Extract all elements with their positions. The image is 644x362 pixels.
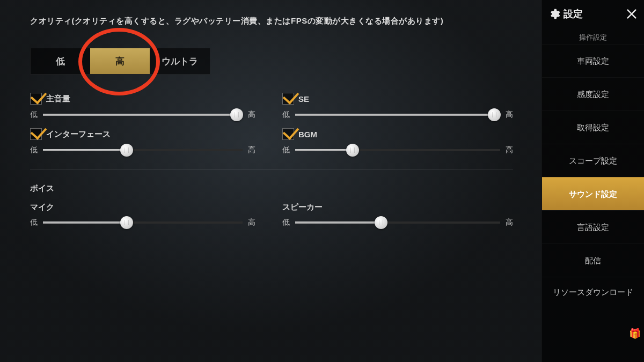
quality-option-ultra[interactable]: ウルトラ [150, 48, 209, 74]
slider-low-label: 低 [282, 218, 290, 227]
sidebar-item-sound[interactable]: サウンド設定 [542, 177, 644, 210]
se-label: SE [298, 94, 309, 104]
interface-block: インターフェース 低 高 [30, 128, 255, 155]
slider-low-label: 低 [30, 145, 38, 155]
se-block: SE 低 高 [282, 93, 513, 120]
interface-label: インターフェース [46, 129, 111, 139]
mic-block: マイク 低 高 [30, 202, 255, 227]
speaker-label: スピーカー [282, 202, 323, 212]
bgm-checkbox[interactable] [282, 128, 294, 140]
settings-screen: クオリティ(クオリティを高くすると、ラグやバッテリー消費、またはFPSの変動が大… [0, 0, 644, 362]
interface-slider[interactable] [43, 147, 243, 153]
interface-checkbox[interactable] [30, 128, 42, 140]
se-slider[interactable] [295, 112, 500, 117]
sidebar-item-resource[interactable]: リソースダウンロード [542, 277, 644, 307]
sidebar-item-stream[interactable]: 配信 [542, 243, 644, 277]
master-volume-checkbox[interactable] [30, 93, 42, 105]
slider-low-label: 低 [282, 110, 290, 120]
quality-option-low[interactable]: 低 [31, 48, 90, 74]
sidebar-item-language[interactable]: 言語設定 [542, 210, 644, 243]
quality-note: クオリティ(クオリティを高くすると、ラグやバッテリー消費、またはFPSの変動が大… [30, 16, 515, 26]
sidebar-item-vehicle[interactable]: 車両設定 [542, 44, 644, 77]
quality-option-high[interactable]: 高 [90, 48, 150, 74]
speaker-slider[interactable] [295, 220, 500, 225]
bgm-slider[interactable] [295, 147, 500, 153]
bgm-block: BGM 低 高 [282, 128, 513, 155]
bgm-label: BGM [298, 130, 317, 139]
sidebar-item-sensitivity[interactable]: 感度設定 [542, 77, 644, 110]
slider-high-label: 高 [248, 110, 255, 120]
divider [30, 169, 513, 169]
slider-low-label: 低 [30, 218, 38, 227]
settings-sidebar: 設定 操作設定 車両設定 感度設定 取得設定 スコープ設定 サウンド設定 言語設… [541, 0, 644, 362]
sidebar-title: 設定 [564, 8, 583, 20]
slider-high-label: 高 [506, 218, 513, 227]
slider-high-label: 高 [506, 110, 513, 120]
sidebar-item-scope[interactable]: スコープ設定 [542, 144, 644, 177]
sound-settings-panel: クオリティ(クオリティを高くすると、ラグやバッテリー消費、またはFPSの変動が大… [0, 0, 542, 362]
master-volume-block: 主音量 低 高 [30, 93, 255, 120]
sidebar-header: 設定 [542, 0, 644, 28]
sidebar-item-controls[interactable]: 操作設定 [542, 28, 644, 44]
mic-slider[interactable] [43, 220, 243, 225]
slider-high-label: 高 [248, 145, 255, 155]
mic-label: マイク [30, 202, 54, 212]
sidebar-item-pickup[interactable]: 取得設定 [542, 110, 644, 144]
close-icon[interactable] [626, 8, 638, 20]
sliders-grid: 主音量 低 高 SE 低 [30, 93, 515, 227]
slider-high-label: 高 [248, 218, 255, 227]
se-checkbox[interactable] [282, 93, 294, 105]
master-volume-slider[interactable] [43, 112, 243, 117]
gift-icon[interactable]: 🎁 [629, 328, 641, 339]
quality-segmented-control: 低 高 ウルトラ [30, 48, 210, 75]
speaker-block: スピーカー 低 高 [282, 202, 513, 227]
voice-heading: ボイス [30, 183, 255, 194]
gear-icon [548, 8, 560, 20]
slider-high-label: 高 [506, 145, 513, 155]
sidebar-list: 操作設定 車両設定 感度設定 取得設定 スコープ設定 サウンド設定 言語設定 配… [542, 28, 644, 362]
slider-low-label: 低 [282, 145, 290, 155]
slider-low-label: 低 [30, 110, 38, 120]
master-volume-label: 主音量 [46, 94, 70, 104]
